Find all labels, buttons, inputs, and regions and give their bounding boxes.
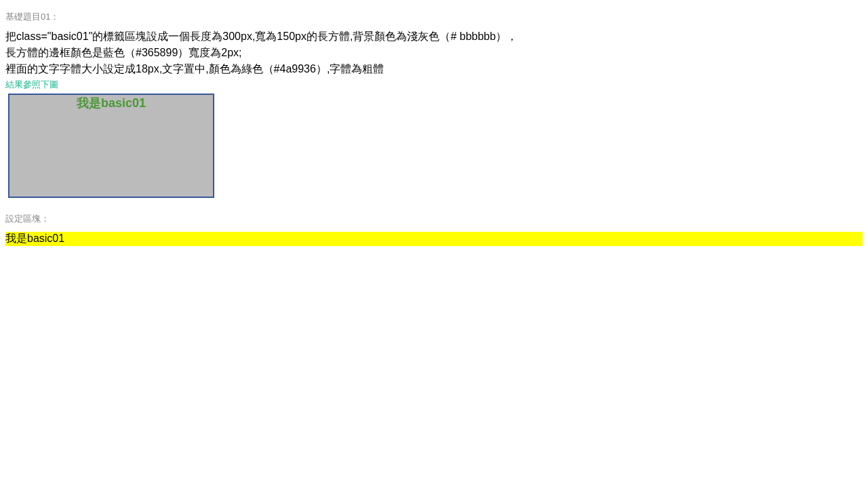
reference-label: 結果參照下圖: [5, 79, 863, 91]
basic01-block: 我是basic01: [5, 232, 863, 246]
setting-section-label: 設定區塊：: [5, 213, 863, 225]
desc-line-2: 長方體的邊框顏色是藍色（#365899）寬度為2px;: [5, 47, 242, 58]
desc-line-1: 把class="basic01"的標籤區塊設成一個長度為300px,寬為150p…: [5, 30, 517, 42]
example-wrapper: 我是basic01: [5, 91, 863, 198]
section-title-label: 基礎題目01：: [5, 11, 863, 23]
example-box: 我是basic01: [8, 94, 214, 198]
basic01-text: 我是basic01: [5, 232, 64, 244]
exercise-description: 把class="basic01"的標籤區塊設成一個長度為300px,寬為150p…: [5, 28, 863, 77]
example-box-text: 我是basic01: [77, 96, 146, 110]
desc-line-3: 裡面的文字字體大小設定成18px,文字置中,顏色為綠色（#4a9936）,字體為…: [5, 63, 384, 75]
